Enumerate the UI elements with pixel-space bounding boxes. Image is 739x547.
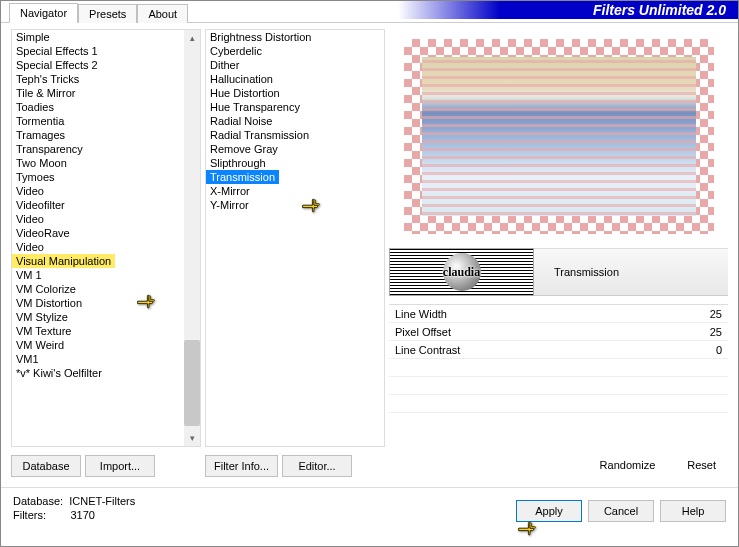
category-item[interactable]: VideoRave [12, 226, 200, 240]
tab-about[interactable]: About [137, 4, 188, 23]
category-item[interactable]: Teph's Tricks [12, 72, 200, 86]
category-item[interactable]: VM 1 [12, 268, 200, 282]
footer-info: Database: ICNET-Filters Filters: 3170 [13, 494, 135, 522]
param-label: Line Width [395, 308, 447, 320]
filter-item[interactable]: Hue Distortion [206, 86, 384, 100]
db-label: Database: [13, 495, 63, 507]
editor-button[interactable]: Editor... [282, 455, 352, 477]
preview-image [404, 39, 714, 234]
logo-image: claudia [389, 248, 534, 296]
filter-item[interactable]: Radial Noise [206, 114, 384, 128]
category-item[interactable]: Tramages [12, 128, 200, 142]
import-button[interactable]: Import... [85, 455, 155, 477]
logo-text: claudia [443, 265, 480, 280]
param-row-empty [389, 377, 728, 395]
filter-item[interactable]: X-Mirror [206, 184, 384, 198]
category-item[interactable]: Videofilter [12, 198, 200, 212]
category-item[interactable]: VM Distortion [12, 296, 200, 310]
category-item[interactable]: Special Effects 1 [12, 44, 200, 58]
tab-navigator[interactable]: Navigator [9, 3, 78, 23]
parameters-table: Line Width25Pixel Offset25Line Contrast0 [389, 304, 728, 413]
category-item[interactable]: Video [12, 240, 200, 254]
category-item[interactable]: VM Colorize [12, 282, 200, 296]
scrollbar-thumb[interactable] [184, 340, 200, 426]
filter-info-button[interactable]: Filter Info... [205, 455, 278, 477]
filter-item[interactable]: Dither [206, 58, 384, 72]
category-item[interactable]: Tymoes [12, 170, 200, 184]
scroll-down-button[interactable]: ▾ [184, 430, 200, 446]
category-item[interactable]: Tormentia [12, 114, 200, 128]
param-value: 25 [710, 326, 722, 338]
param-row-empty [389, 359, 728, 377]
app-title: Filters Unlimited 2.0 [398, 1, 738, 19]
filters-count-value: 3170 [70, 509, 94, 521]
filter-item[interactable]: Hallucination [206, 72, 384, 86]
category-item[interactable]: Video [12, 212, 200, 226]
filter-item[interactable]: Remove Gray [206, 142, 384, 156]
scrollbar-track[interactable]: ▴ ▾ [184, 30, 200, 446]
param-row[interactable]: Pixel Offset25 [389, 323, 728, 341]
logo-block: claudia Transmission [389, 248, 728, 296]
category-item[interactable]: Special Effects 2 [12, 58, 200, 72]
param-label: Line Contrast [395, 344, 460, 356]
param-value: 25 [710, 308, 722, 320]
selected-filter-name: Transmission [534, 248, 728, 296]
category-item[interactable]: VM Texture [12, 324, 200, 338]
category-item[interactable]: Toadies [12, 100, 200, 114]
filter-item[interactable]: Y-Mirror [206, 198, 384, 212]
category-list[interactable]: SimpleSpecial Effects 1Special Effects 2… [11, 29, 201, 447]
scroll-up-button[interactable]: ▴ [184, 30, 200, 46]
param-row-empty [389, 395, 728, 413]
filter-item[interactable]: Hue Transparency [206, 100, 384, 114]
category-item[interactable]: VM1 [12, 352, 200, 366]
filter-item[interactable]: Slipthrough [206, 156, 384, 170]
category-item[interactable]: Tile & Mirror [12, 86, 200, 100]
category-item[interactable]: Two Moon [12, 156, 200, 170]
database-button[interactable]: Database [11, 455, 81, 477]
filter-item[interactable]: Brightness Distortion [206, 30, 384, 44]
reset-button[interactable]: Reset [679, 455, 724, 475]
category-item[interactable]: Visual Manipulation [12, 254, 115, 268]
apply-button[interactable]: Apply [516, 500, 582, 522]
category-item[interactable]: VM Weird [12, 338, 200, 352]
randomize-button[interactable]: Randomize [592, 455, 664, 475]
filter-item[interactable]: Radial Transmission [206, 128, 384, 142]
param-row[interactable]: Line Width25 [389, 305, 728, 323]
category-item[interactable]: VM Stylize [12, 310, 200, 324]
category-item[interactable]: Simple [12, 30, 200, 44]
param-value: 0 [716, 344, 722, 356]
category-item[interactable]: Video [12, 184, 200, 198]
help-button[interactable]: Help [660, 500, 726, 522]
param-label: Pixel Offset [395, 326, 451, 338]
category-item[interactable]: Transparency [12, 142, 200, 156]
cancel-button[interactable]: Cancel [588, 500, 654, 522]
db-value: ICNET-Filters [69, 495, 135, 507]
filters-count-label: Filters: [13, 509, 46, 521]
param-row[interactable]: Line Contrast0 [389, 341, 728, 359]
filter-item[interactable]: Cyberdelic [206, 44, 384, 58]
tabs: Navigator Presets About [1, 1, 188, 22]
filter-item[interactable]: Transmission [206, 170, 279, 184]
category-item[interactable]: *v* Kiwi's Oelfilter [12, 366, 200, 380]
tab-presets[interactable]: Presets [78, 4, 137, 23]
filter-list[interactable]: Brightness DistortionCyberdelicDitherHal… [205, 29, 385, 447]
